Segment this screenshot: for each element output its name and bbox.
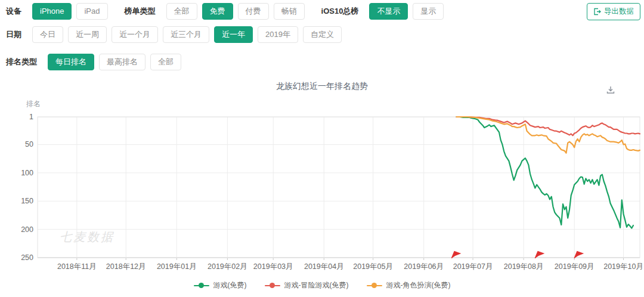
ios10-label: iOS10总榜 <box>321 6 359 17</box>
x-tick-label: 2019年07月 <box>453 262 493 271</box>
rank-type-all-button[interactable]: 全部 <box>150 54 181 70</box>
legend-label: 游戏-角色扮演(免费) <box>386 280 451 290</box>
rank-type-label: 排名类型 <box>6 57 37 67</box>
chart-type-label: 榜单类型 <box>125 6 156 17</box>
date-week-button[interactable]: 近一周 <box>68 26 107 43</box>
y-tick-label: 150 <box>21 197 33 205</box>
x-tick-label: 2019年03月 <box>253 262 293 271</box>
date-2019-button[interactable]: 2019年 <box>258 26 298 43</box>
x-tick-label: 2018年11月 <box>57 262 97 271</box>
date-today-button[interactable]: 今日 <box>32 26 63 43</box>
date-3month-button[interactable]: 近三个月 <box>163 26 209 43</box>
x-tick-label: 2019年02月 <box>208 262 247 271</box>
plot-border <box>38 117 640 258</box>
date-year-button[interactable]: 近一年 <box>214 26 253 43</box>
chart-type-free-button[interactable]: 免费 <box>202 3 233 20</box>
legend-item-adventure-free[interactable]: 游戏-冒险游戏(免费) <box>265 280 349 290</box>
date-label: 日期 <box>6 29 21 40</box>
x-tick-label: 2019年04月 <box>304 262 344 271</box>
export-label: 导出数据 <box>604 7 634 17</box>
export-data-button[interactable]: 导出数据 <box>587 3 640 20</box>
chart-type-all-button[interactable]: 全部 <box>166 3 197 20</box>
x-tick-label: 2018年12月 <box>106 262 146 271</box>
rank-type-daily-button[interactable]: 每日排名 <box>48 54 94 70</box>
legend-label: 游戏-冒险游戏(免费) <box>284 280 349 290</box>
x-tick-label: 2019年08月 <box>504 262 544 271</box>
device-label: 设备 <box>6 6 21 17</box>
x-tick-label: 2019年05月 <box>353 262 393 271</box>
y-tick-label: 50 <box>25 140 33 148</box>
legend-item-rpg-free[interactable]: 游戏-角色扮演(免费) <box>367 280 451 290</box>
legend-marker-red <box>265 283 280 288</box>
y-tick-label: 250 <box>21 253 33 262</box>
series-line-2[interactable] <box>457 117 640 153</box>
y-tick-label: 1 <box>29 113 33 121</box>
date-month-button[interactable]: 近一个月 <box>112 26 158 43</box>
y-tick-label: 200 <box>21 225 33 234</box>
rank-type-best-button[interactable]: 最高排名 <box>99 54 145 70</box>
x-tick-label: 2019年09月 <box>555 262 595 271</box>
ios10-hide-button[interactable]: 不显示 <box>369 3 408 20</box>
filter-row-date: 日期 今日 近一周 近一个月 近三个月 近一年 2019年 自定义 <box>6 26 346 43</box>
export-icon <box>593 8 601 16</box>
x-tick-label: 2019年01月 <box>157 262 197 271</box>
date-custom-button[interactable]: 自定义 <box>303 26 342 43</box>
legend-label: 游戏(免费) <box>213 280 247 290</box>
chart-type-paid-button[interactable]: 付费 <box>238 3 269 20</box>
legend-marker-green <box>194 283 209 288</box>
device-iphone-button[interactable]: iPhone <box>32 3 72 20</box>
legend-marker-orange <box>367 283 382 288</box>
ios10-show-button[interactable]: 显示 <box>413 3 444 20</box>
rank-trend-chart: 1501001502002502018年11月2018年12月2019年01月2… <box>0 95 644 274</box>
filter-row-rank-type: 排名类型 每日排名 最高排名 全部 <box>6 54 186 70</box>
legend-item-games-free[interactable]: 游戏(免费) <box>194 280 247 290</box>
filter-row-device: 设备 iPhone iPad 榜单类型 全部 免费 付费 畅销 iOS10总榜 … <box>6 3 448 20</box>
device-ipad-button[interactable]: iPad <box>76 3 107 20</box>
y-tick-label: 100 <box>21 169 33 177</box>
chart-legend: 游戏(免费) 游戏-冒险游戏(免费) 游戏-角色扮演(免费) <box>0 280 644 290</box>
chart-type-grossing-button[interactable]: 畅销 <box>274 3 305 20</box>
x-tick-label: 2019年10月 <box>603 262 643 271</box>
chart-title: 龙族幻想近一年排名趋势 <box>0 81 644 92</box>
x-tick-label: 2019年06月 <box>404 262 444 271</box>
qimai-rank-trend-page: 设备 iPhone iPad 榜单类型 全部 免费 付费 畅销 iOS10总榜 … <box>0 0 644 297</box>
